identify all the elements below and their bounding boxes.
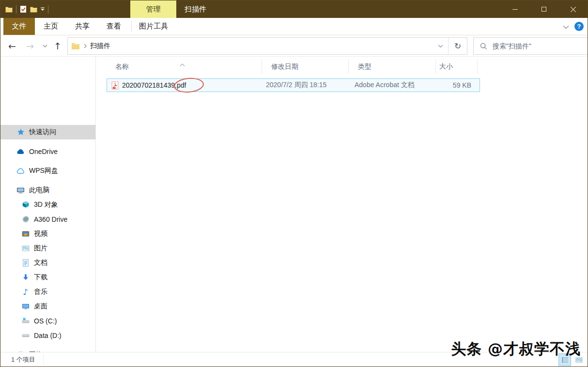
breadcrumb-chevron-icon[interactable]	[84, 44, 87, 48]
system-drive-icon	[21, 317, 30, 325]
breadcrumb-folder[interactable]: 扫描件	[90, 42, 110, 50]
wps-cloud-outline-icon	[16, 167, 25, 175]
qat-properties-icon[interactable]	[20, 5, 27, 13]
sidebar-item-label: 快速访问	[29, 128, 56, 137]
tab-share[interactable]: 共享	[69, 18, 96, 35]
tab-file[interactable]: 文件	[3, 18, 35, 35]
desktop-monitor-icon	[21, 303, 30, 311]
sidebar-item-label: 3D 对象	[34, 200, 58, 209]
qat-new-folder-icon[interactable]	[30, 6, 37, 13]
help-button[interactable]: ?	[574, 22, 584, 31]
toutiao-watermark: 头条 @才叔学不浅	[451, 339, 581, 359]
search-box[interactable]	[473, 37, 588, 55]
sidebar-item-label: 此电脑	[29, 186, 49, 195]
qat-customize-chevron-icon[interactable]	[41, 7, 45, 11]
sidebar-item-label: 图片	[34, 244, 47, 253]
sidebar-item-label: OS (C:)	[34, 317, 57, 325]
window-title: 扫描件	[185, 0, 206, 18]
close-icon	[570, 6, 576, 13]
sidebar-item-wps-cloud[interactable]: WPS网盘	[0, 164, 95, 178]
sidebar-item-this-pc[interactable]: 此电脑	[0, 183, 95, 198]
forward-button[interactable]: →	[23, 35, 37, 57]
sidebar-item-label: 视频	[34, 229, 47, 238]
sidebar-item-desktop[interactable]: 桌面	[0, 299, 95, 314]
recent-locations-chevron-icon[interactable]	[40, 35, 50, 57]
address-folder-icon[interactable]	[72, 43, 79, 49]
videos-film-icon	[21, 230, 30, 238]
qat-folder-icon[interactable]	[5, 6, 13, 13]
search-input[interactable]	[492, 42, 588, 50]
sidebar-item-label: 下载	[34, 273, 47, 282]
data-drive-icon	[21, 332, 30, 340]
file-explorer-window: 管理 扫描件 文件 主页 共享 查看 图片工具 ? ← → ↑	[0, 0, 588, 367]
sidebar-item-documents[interactable]: 文档	[0, 256, 95, 270]
sort-ascending-icon	[180, 60, 185, 68]
pdf-file-icon	[111, 81, 119, 90]
sidebar-item-os-c-drive[interactable]: OS (C:)	[0, 314, 95, 328]
status-separator	[43, 354, 44, 365]
documents-page-icon	[21, 259, 30, 267]
file-date-cell: 2020/7/2 周四 18:15	[263, 81, 349, 90]
sidebar-item-label: A360 Drive	[34, 215, 67, 223]
sidebar-item-a360-drive[interactable]: A360 Drive	[0, 212, 95, 227]
qat-separator	[16, 5, 16, 14]
item-count: 1 个项目	[11, 352, 35, 367]
quick-access-toolbar	[5, 0, 48, 18]
sidebar: 快速访问 OneDrive WPS网盘 此电脑 3D 对象	[0, 57, 96, 352]
maximize-button[interactable]	[529, 0, 558, 18]
ribbon-right-controls: ?	[563, 18, 584, 35]
sidebar-item-label: OneDrive	[29, 148, 58, 155]
sidebar-item-pictures[interactable]: 图片	[0, 241, 95, 256]
tab-picture-tools[interactable]: 图片工具	[134, 18, 173, 35]
file-list-pane: 名称 修改日期 类型 大小 20200702181439.pdf 2020/7/…	[96, 57, 588, 352]
tab-separator	[131, 21, 132, 32]
tab-home[interactable]: 主页	[37, 18, 64, 35]
column-header-size[interactable]: 大小	[436, 59, 478, 74]
sidebar-item-quick-access[interactable]: 快速访问	[0, 125, 95, 139]
back-button[interactable]: ←	[5, 35, 19, 57]
sidebar-item-downloads[interactable]: 下载	[0, 270, 95, 285]
pictures-photo-icon	[21, 245, 30, 253]
titlebar: 管理 扫描件	[0, 0, 588, 18]
column-header-type[interactable]: 类型	[349, 59, 436, 74]
file-size-cell: 59 KB	[436, 81, 471, 89]
sidebar-item-onedrive[interactable]: OneDrive	[0, 144, 95, 159]
sidebar-item-label: 文档	[34, 259, 47, 267]
address-dropdown-chevron-icon[interactable]	[433, 45, 448, 48]
maximize-icon	[542, 7, 546, 12]
address-bar[interactable]: 扫描件 ↻	[67, 37, 467, 55]
this-pc-computer-icon	[16, 186, 25, 195]
file-type-cell: Adobe Acrobat 文档	[349, 81, 436, 90]
minimize-icon	[512, 9, 518, 10]
quick-access-star-icon	[16, 128, 25, 137]
ribbon-tab-row: 文件 主页 共享 查看 图片工具 ?	[0, 18, 588, 35]
close-button[interactable]	[558, 0, 588, 18]
3d-cube-icon	[21, 201, 30, 209]
sidebar-item-label: 桌面	[34, 302, 47, 311]
minimize-button[interactable]	[500, 0, 529, 18]
sidebar-item-label: Data (D:)	[34, 332, 62, 339]
sidebar-item-label: WPS网盘	[29, 167, 58, 175]
window-controls	[500, 0, 588, 18]
a360-sphere-icon	[21, 215, 30, 224]
qat-separator	[48, 5, 48, 14]
sidebar-item-label: 音乐	[34, 288, 47, 296]
onedrive-cloud-icon	[16, 148, 25, 156]
sidebar-item-videos[interactable]: 视频	[0, 227, 95, 241]
music-note-icon: ♪	[21, 288, 30, 296]
collapse-ribbon-chevron-icon[interactable]	[563, 22, 569, 31]
sidebar-item-3d-objects[interactable]: 3D 对象	[0, 198, 95, 212]
tab-view[interactable]: 查看	[100, 18, 127, 35]
navigation-bar: ← → ↑ 扫描件 ↻	[0, 35, 588, 57]
search-icon	[480, 43, 487, 50]
downloads-arrow-icon	[21, 274, 30, 282]
ribbon-context-tab-manage[interactable]: 管理	[130, 0, 176, 18]
refresh-button[interactable]: ↻	[449, 41, 467, 51]
sidebar-item-music[interactable]: ♪ 音乐	[0, 285, 95, 299]
file-row[interactable]: 20200702181439.pdf 2020/7/2 周四 18:15 Ado…	[107, 78, 480, 92]
up-button[interactable]: ↑	[51, 35, 64, 57]
column-header-date-modified[interactable]: 修改日期	[262, 59, 349, 74]
sidebar-item-data-d-drive[interactable]: Data (D:)	[0, 328, 95, 343]
